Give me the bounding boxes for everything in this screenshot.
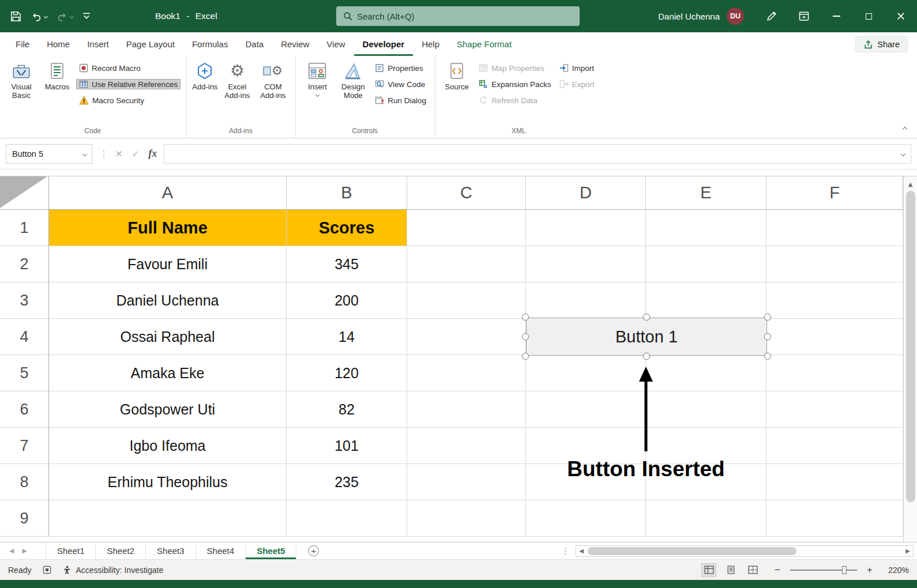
cell-a1[interactable]: Full Name xyxy=(49,210,287,246)
tab-insert[interactable]: Insert xyxy=(78,32,118,56)
insert-function-icon[interactable]: fx xyxy=(148,148,157,160)
selection-handle[interactable] xyxy=(643,353,650,360)
vertical-scrollbar-thumb[interactable] xyxy=(906,191,915,502)
tab-data[interactable]: Data xyxy=(236,32,272,56)
vertical-scrollbar[interactable]: ▲ xyxy=(903,176,917,542)
selection-handle[interactable] xyxy=(764,333,771,340)
tab-review[interactable]: Review xyxy=(272,32,318,56)
sheet-nav-right-icon[interactable]: ▶ xyxy=(22,547,27,555)
normal-view-button[interactable] xyxy=(701,563,716,577)
cell-d2[interactable] xyxy=(526,246,646,282)
cell-c6[interactable] xyxy=(407,391,526,428)
search-box[interactable]: Search (Alt+Q) xyxy=(336,6,580,26)
cell-d5[interactable] xyxy=(526,355,646,391)
row-header-3[interactable]: 3 xyxy=(0,282,49,319)
user-name[interactable]: Daniel Uchenna xyxy=(658,12,720,21)
cell-e9[interactable] xyxy=(646,500,766,537)
cell-d6[interactable] xyxy=(526,391,646,428)
tab-developer[interactable]: Developer xyxy=(354,32,414,56)
customize-toolbar-button[interactable] xyxy=(82,13,91,20)
cell-a3[interactable]: Daniel Uchenna xyxy=(49,282,287,319)
sheet-tab-sheet1[interactable]: Sheet1 xyxy=(46,542,96,559)
selection-handle[interactable] xyxy=(764,314,771,321)
horizontal-scrollbar[interactable]: ◀ ▶ xyxy=(576,545,914,557)
use-relative-references-button[interactable]: Use Relative References xyxy=(76,79,181,89)
cell-f6[interactable] xyxy=(766,391,903,428)
selection-handle[interactable] xyxy=(522,314,529,321)
zoom-slider-thumb[interactable] xyxy=(842,566,847,574)
cell-a9[interactable] xyxy=(49,500,287,537)
draw-button[interactable] xyxy=(756,0,788,32)
cell-c3[interactable] xyxy=(407,282,526,319)
sheet-tab-sheet4[interactable]: Sheet4 xyxy=(196,542,246,559)
save-button[interactable] xyxy=(10,11,21,22)
view-code-button[interactable]: View Code xyxy=(372,79,429,89)
cell-a8[interactable]: Erhimu Theophilus xyxy=(49,464,287,500)
collapse-ribbon-icon[interactable] xyxy=(903,127,907,131)
import-button[interactable]: Import xyxy=(557,63,597,73)
sheet-tab-sheet3[interactable]: Sheet3 xyxy=(146,542,196,559)
cell-b2[interactable]: 345 xyxy=(287,246,407,282)
sheet-tab-sheet2[interactable]: Sheet2 xyxy=(96,542,146,559)
cell-b6[interactable]: 82 xyxy=(287,391,407,428)
cell-b1[interactable]: Scores xyxy=(287,210,407,246)
accessibility-status[interactable]: Accessibility: Investigate xyxy=(63,566,163,575)
tab-file[interactable]: File xyxy=(7,32,38,56)
cell-e3[interactable] xyxy=(646,282,766,319)
column-header-f[interactable]: F xyxy=(766,176,903,210)
tab-formulas[interactable]: Formulas xyxy=(183,32,237,56)
horizontal-scrollbar-thumb[interactable] xyxy=(588,547,796,555)
scroll-left-icon[interactable]: ◀ xyxy=(576,548,587,554)
selection-handle[interactable] xyxy=(522,333,529,340)
record-macro-button[interactable]: Record Macro xyxy=(76,63,181,73)
cell-c9[interactable] xyxy=(407,500,526,537)
scroll-up-icon[interactable]: ▲ xyxy=(908,179,913,189)
macro-security-button[interactable]: Macro Security xyxy=(76,95,181,105)
row-header-7[interactable]: 7 xyxy=(0,428,49,464)
add-sheet-button[interactable]: + xyxy=(308,545,319,556)
tab-shape-format[interactable]: Shape Format xyxy=(448,32,520,56)
cell-e1[interactable] xyxy=(646,210,766,246)
cell-a2[interactable]: Favour Emili xyxy=(49,246,287,282)
column-header-b[interactable]: B xyxy=(287,176,407,210)
cell-d1[interactable] xyxy=(526,210,646,246)
cell-a6[interactable]: Godspower Uti xyxy=(49,391,287,428)
cell-b7[interactable]: 101 xyxy=(287,428,407,464)
zoom-slider[interactable] xyxy=(790,570,857,571)
row-header-1[interactable]: 1 xyxy=(0,210,49,246)
sheet-tab-sheet5[interactable]: Sheet5 xyxy=(246,542,296,559)
cell-d9[interactable] xyxy=(526,500,646,537)
excel-add-ins-button[interactable]: ⚙ Excel Add-ins xyxy=(220,57,254,126)
macros-button[interactable]: Macros xyxy=(40,57,74,126)
column-header-e[interactable]: E xyxy=(646,176,766,210)
cell-c5[interactable] xyxy=(407,355,526,391)
zoom-out-button[interactable]: − xyxy=(773,564,782,576)
cell-f4[interactable] xyxy=(766,319,903,355)
zoom-level[interactable]: 220% xyxy=(882,566,909,575)
cell-a4[interactable]: Ossai Rapheal xyxy=(49,319,287,355)
tab-help[interactable]: Help xyxy=(413,32,448,56)
minimize-button[interactable] xyxy=(820,0,852,32)
cell-a5[interactable]: Amaka Eke xyxy=(49,355,287,391)
tab-page-layout[interactable]: Page Layout xyxy=(118,32,183,56)
scroll-right-icon[interactable]: ▶ xyxy=(903,548,913,554)
page-layout-view-button[interactable] xyxy=(723,563,738,577)
cell-c4[interactable] xyxy=(407,319,526,355)
formula-input[interactable] xyxy=(164,144,911,164)
share-button[interactable]: Share xyxy=(855,36,908,52)
zoom-in-button[interactable]: + xyxy=(865,564,874,576)
macro-record-status-button[interactable] xyxy=(43,566,51,574)
cell-f9[interactable] xyxy=(766,500,903,537)
sheet-nav-left-icon[interactable]: ◀ xyxy=(9,547,14,555)
cell-b4[interactable]: 14 xyxy=(287,319,407,355)
form-button-shape[interactable]: Button 1 xyxy=(526,318,767,356)
formula-bar-expand-icon[interactable] xyxy=(901,151,905,156)
visual-basic-button[interactable]: Visual Basic xyxy=(5,57,38,126)
selection-handle[interactable] xyxy=(643,314,650,321)
design-mode-button[interactable]: Design Mode xyxy=(336,57,370,126)
run-dialog-button[interactable]: Run Dialog xyxy=(372,95,429,105)
row-header-2[interactable]: 2 xyxy=(0,246,49,282)
cell-b3[interactable]: 200 xyxy=(287,282,407,319)
source-button[interactable]: Source xyxy=(440,57,473,126)
select-all-corner[interactable] xyxy=(0,176,49,210)
